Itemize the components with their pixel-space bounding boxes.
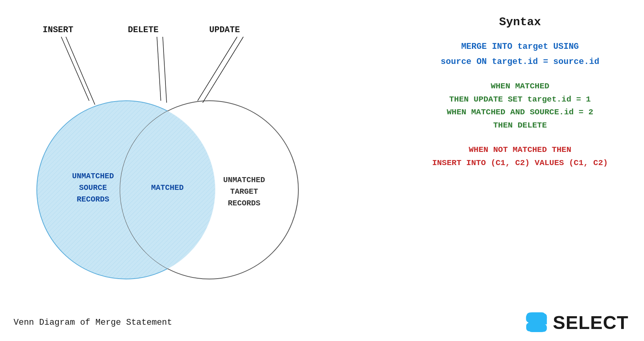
syntax-title: Syntax — [408, 16, 632, 29]
svg-line-11 — [163, 37, 167, 103]
svg-text:UNMATCHED: UNMATCHED — [72, 172, 114, 181]
svg-line-12 — [198, 37, 237, 101]
syntax-panel: Syntax MERGE INTO target USING source ON… — [408, 16, 632, 170]
svg-rect-26 — [537, 317, 547, 324]
svg-text:MATCHED: MATCHED — [151, 183, 184, 192]
syntax-not-matched-block: WHEN NOT MATCHED THEN INSERT INTO (C1, C… — [408, 143, 632, 169]
syntax-matched-line3: WHEN MATCHED AND SOURCE.id = 2 — [408, 106, 632, 119]
venn-area: INSERT DELETE UPDATE — [12, 23, 360, 294]
svg-text:RECORDS: RECORDS — [228, 199, 260, 208]
svg-text:UNMATCHED: UNMATCHED — [223, 176, 265, 184]
svg-text:TARGET: TARGET — [230, 187, 258, 196]
syntax-matched-block: WHEN MATCHED THEN UPDATE SET target.id =… — [408, 80, 632, 132]
syntax-matched-line2: THEN UPDATE SET target.id = 1 — [408, 93, 632, 106]
svg-text:RECORDS: RECORDS — [77, 195, 109, 204]
select-logo-text: SELECT — [553, 312, 629, 333]
caption-label: Venn Diagram of Merge Statement — [14, 318, 172, 327]
syntax-merge-block: MERGE INTO target USING source ON target… — [408, 40, 632, 68]
svg-line-8 — [61, 37, 89, 101]
svg-line-9 — [66, 37, 95, 105]
main-container: INSERT DELETE UPDATE — [0, 0, 644, 341]
syntax-not-matched-line2: INSERT INTO (C1, C2) VALUES (C1, C2) — [408, 157, 632, 170]
select-logo: SELECT — [524, 312, 629, 333]
syntax-merge-line1: MERGE INTO target USING — [408, 40, 632, 53]
svg-text:SOURCE: SOURCE — [79, 183, 107, 192]
svg-line-13 — [203, 37, 243, 103]
syntax-not-matched-line1: WHEN NOT MATCHED THEN — [408, 143, 632, 157]
svg-line-10 — [157, 37, 161, 101]
venn-diagram: UNMATCHED SOURCE RECORDS MATCHED UNMATCH… — [12, 23, 360, 294]
syntax-matched-line1: WHEN MATCHED — [408, 80, 632, 93]
syntax-matched-line4: THEN DELETE — [408, 119, 632, 132]
syntax-merge-line2: source ON target.id = source.id — [408, 55, 632, 68]
select-s-icon — [527, 312, 548, 333]
svg-rect-27 — [528, 321, 537, 328]
